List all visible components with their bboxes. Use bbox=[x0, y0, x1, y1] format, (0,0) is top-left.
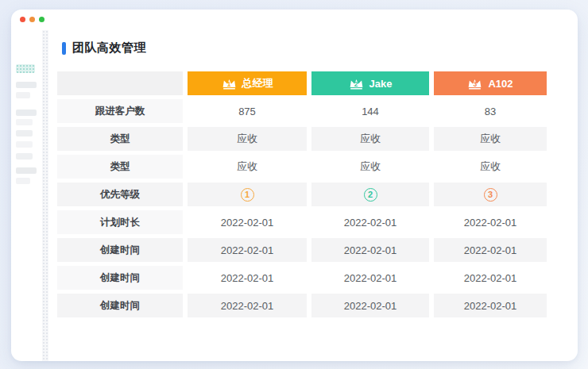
title-accent-bar bbox=[62, 42, 66, 55]
table-cell: 3 bbox=[434, 183, 547, 206]
traffic-light-close[interactable] bbox=[20, 17, 25, 22]
traffic-light-maximize[interactable] bbox=[39, 17, 44, 22]
table-cell: 144 bbox=[311, 99, 429, 123]
column-header-a102[interactable]: 3 A102 bbox=[434, 71, 547, 95]
table-cell: 应收 bbox=[434, 155, 547, 179]
table-cell: 2022-02-01 bbox=[188, 266, 307, 290]
row-label: 类型 bbox=[57, 127, 183, 151]
table-cell: 1 bbox=[188, 183, 307, 206]
sidebar-skeleton-item bbox=[16, 130, 33, 136]
table-cell: 83 bbox=[434, 99, 547, 123]
sidebar-skeleton bbox=[11, 30, 42, 361]
sidebar-skeleton-item bbox=[16, 167, 37, 174]
table-cell: 应收 bbox=[311, 155, 429, 179]
crown-icon: 2 bbox=[349, 78, 364, 90]
traffic-light-minimize[interactable] bbox=[29, 17, 35, 22]
crown-rank-number: 2 bbox=[349, 80, 364, 88]
main-content: 团队高效管理 1 总经理 2 Jake bbox=[48, 30, 578, 361]
table-header-empty-cell bbox=[57, 71, 183, 95]
column-header-manager[interactable]: 1 总经理 bbox=[188, 71, 307, 95]
crown-rank-number: 3 bbox=[467, 80, 482, 88]
row-label: 优先等级 bbox=[57, 183, 183, 206]
browser-window: 团队高效管理 1 总经理 2 Jake bbox=[11, 10, 578, 361]
row-label: 创建时间 bbox=[57, 238, 183, 262]
table-cell: 2022-02-01 bbox=[188, 294, 307, 317]
table-cell: 2022-02-01 bbox=[311, 210, 429, 234]
row-label: 跟进客户数 bbox=[57, 99, 183, 123]
sidebar-skeleton-item bbox=[16, 92, 30, 98]
row-label: 类型 bbox=[57, 155, 183, 179]
table-cell: 875 bbox=[188, 99, 307, 123]
sidebar-skeleton-logo bbox=[16, 64, 35, 73]
team-table: 1 总经理 2 Jake 3 A102 跟进客户数 bbox=[57, 71, 547, 317]
table-cell: 应收 bbox=[188, 127, 307, 151]
sidebar-skeleton-item bbox=[16, 119, 33, 125]
table-cell: 应收 bbox=[311, 127, 429, 151]
column-header-label: A102 bbox=[488, 78, 513, 90]
table-cell: 2022-02-01 bbox=[434, 294, 547, 317]
row-label: 创建时间 bbox=[57, 294, 183, 317]
row-label: 计划时长 bbox=[57, 210, 183, 234]
crown-icon: 3 bbox=[467, 78, 482, 90]
sidebar-divider bbox=[42, 30, 48, 361]
table-cell: 2022-02-01 bbox=[434, 238, 547, 262]
table-cell: 应收 bbox=[434, 127, 547, 151]
table-cell: 2022-02-01 bbox=[311, 266, 429, 290]
row-label: 创建时间 bbox=[57, 266, 183, 290]
table-cell: 2022-02-01 bbox=[188, 210, 307, 234]
crown-rank-number: 1 bbox=[222, 80, 237, 88]
priority-badge: 1 bbox=[241, 188, 254, 202]
table-cell: 2022-02-01 bbox=[434, 210, 547, 234]
table-cell: 2 bbox=[311, 183, 429, 206]
priority-badge: 3 bbox=[484, 188, 497, 202]
column-header-label: 总经理 bbox=[242, 76, 273, 90]
table-cell: 应收 bbox=[188, 155, 307, 179]
page-title: 团队高效管理 bbox=[72, 40, 146, 56]
column-header-label: Jake bbox=[369, 78, 393, 90]
sidebar-skeleton-item bbox=[16, 82, 37, 88]
sidebar-skeleton-item bbox=[16, 141, 33, 148]
column-header-jake[interactable]: 2 Jake bbox=[311, 71, 429, 95]
table-cell: 2022-02-01 bbox=[311, 294, 429, 317]
window-titlebar bbox=[11, 10, 578, 30]
sidebar-skeleton-item bbox=[16, 178, 30, 184]
table-cell: 2022-02-01 bbox=[434, 266, 547, 290]
table-cell: 2022-02-01 bbox=[311, 238, 429, 262]
crown-icon: 1 bbox=[222, 78, 237, 90]
sidebar-skeleton-item bbox=[16, 110, 37, 116]
priority-badge: 2 bbox=[364, 188, 377, 202]
page-title-block: 团队高效管理 bbox=[62, 40, 146, 56]
sidebar-skeleton-item bbox=[16, 153, 33, 160]
table-cell: 2022-02-01 bbox=[188, 238, 307, 262]
